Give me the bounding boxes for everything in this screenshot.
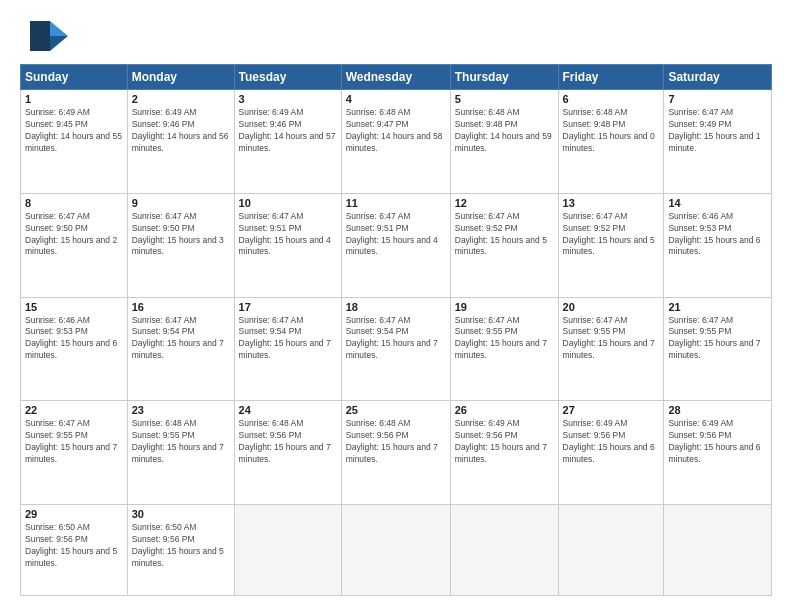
calendar-cell: 25Sunrise: 6:48 AMSunset: 9:56 PMDayligh… <box>341 401 450 505</box>
day-number: 2 <box>132 93 230 105</box>
logo <box>20 16 72 56</box>
day-info: Sunrise: 6:47 AMSunset: 9:55 PMDaylight:… <box>563 315 660 363</box>
day-info: Sunrise: 6:47 AMSunset: 9:55 PMDaylight:… <box>25 418 123 466</box>
calendar-cell: 8Sunrise: 6:47 AMSunset: 9:50 PMDaylight… <box>21 193 128 297</box>
day-number: 18 <box>346 301 446 313</box>
day-info: Sunrise: 6:48 AMSunset: 9:48 PMDaylight:… <box>455 107 554 155</box>
day-number: 6 <box>563 93 660 105</box>
calendar-cell: 18Sunrise: 6:47 AMSunset: 9:54 PMDayligh… <box>341 297 450 401</box>
calendar-cell: 11Sunrise: 6:47 AMSunset: 9:51 PMDayligh… <box>341 193 450 297</box>
day-number: 8 <box>25 197 123 209</box>
day-info: Sunrise: 6:46 AMSunset: 9:53 PMDaylight:… <box>25 315 123 363</box>
day-number: 4 <box>346 93 446 105</box>
calendar-cell: 4Sunrise: 6:48 AMSunset: 9:47 PMDaylight… <box>341 90 450 194</box>
day-info: Sunrise: 6:47 AMSunset: 9:54 PMDaylight:… <box>239 315 337 363</box>
day-number: 15 <box>25 301 123 313</box>
calendar-cell: 15Sunrise: 6:46 AMSunset: 9:53 PMDayligh… <box>21 297 128 401</box>
svg-marker-2 <box>30 21 50 51</box>
calendar-cell: 13Sunrise: 6:47 AMSunset: 9:52 PMDayligh… <box>558 193 664 297</box>
calendar-cell <box>664 505 772 596</box>
day-number: 14 <box>668 197 767 209</box>
day-info: Sunrise: 6:47 AMSunset: 9:50 PMDaylight:… <box>132 211 230 259</box>
day-number: 11 <box>346 197 446 209</box>
day-number: 9 <box>132 197 230 209</box>
day-number: 21 <box>668 301 767 313</box>
day-number: 10 <box>239 197 337 209</box>
svg-marker-1 <box>50 36 68 51</box>
day-info: Sunrise: 6:47 AMSunset: 9:55 PMDaylight:… <box>668 315 767 363</box>
calendar-cell: 23Sunrise: 6:48 AMSunset: 9:55 PMDayligh… <box>127 401 234 505</box>
calendar-cell <box>450 505 558 596</box>
day-info: Sunrise: 6:47 AMSunset: 9:54 PMDaylight:… <box>132 315 230 363</box>
day-number: 28 <box>668 404 767 416</box>
calendar-week-row: 22Sunrise: 6:47 AMSunset: 9:55 PMDayligh… <box>21 401 772 505</box>
calendar-header-monday: Monday <box>127 65 234 90</box>
day-number: 27 <box>563 404 660 416</box>
calendar-cell: 1Sunrise: 6:49 AMSunset: 9:45 PMDaylight… <box>21 90 128 194</box>
calendar-cell: 26Sunrise: 6:49 AMSunset: 9:56 PMDayligh… <box>450 401 558 505</box>
day-number: 20 <box>563 301 660 313</box>
calendar-cell <box>341 505 450 596</box>
calendar-cell <box>234 505 341 596</box>
svg-marker-0 <box>50 21 68 36</box>
day-info: Sunrise: 6:47 AMSunset: 9:51 PMDaylight:… <box>239 211 337 259</box>
calendar-cell: 9Sunrise: 6:47 AMSunset: 9:50 PMDaylight… <box>127 193 234 297</box>
day-info: Sunrise: 6:47 AMSunset: 9:55 PMDaylight:… <box>455 315 554 363</box>
calendar-header-row: SundayMondayTuesdayWednesdayThursdayFrid… <box>21 65 772 90</box>
calendar-header-tuesday: Tuesday <box>234 65 341 90</box>
calendar-cell: 16Sunrise: 6:47 AMSunset: 9:54 PMDayligh… <box>127 297 234 401</box>
calendar-week-row: 8Sunrise: 6:47 AMSunset: 9:50 PMDaylight… <box>21 193 772 297</box>
calendar-cell: 7Sunrise: 6:47 AMSunset: 9:49 PMDaylight… <box>664 90 772 194</box>
day-info: Sunrise: 6:49 AMSunset: 9:56 PMDaylight:… <box>668 418 767 466</box>
day-number: 25 <box>346 404 446 416</box>
calendar-cell: 20Sunrise: 6:47 AMSunset: 9:55 PMDayligh… <box>558 297 664 401</box>
calendar-header-wednesday: Wednesday <box>341 65 450 90</box>
day-info: Sunrise: 6:48 AMSunset: 9:56 PMDaylight:… <box>346 418 446 466</box>
calendar-cell: 6Sunrise: 6:48 AMSunset: 9:48 PMDaylight… <box>558 90 664 194</box>
day-number: 13 <box>563 197 660 209</box>
calendar-cell: 27Sunrise: 6:49 AMSunset: 9:56 PMDayligh… <box>558 401 664 505</box>
day-info: Sunrise: 6:50 AMSunset: 9:56 PMDaylight:… <box>132 522 230 570</box>
calendar-header-saturday: Saturday <box>664 65 772 90</box>
calendar-header-thursday: Thursday <box>450 65 558 90</box>
calendar-cell: 2Sunrise: 6:49 AMSunset: 9:46 PMDaylight… <box>127 90 234 194</box>
day-number: 1 <box>25 93 123 105</box>
day-number: 3 <box>239 93 337 105</box>
day-info: Sunrise: 6:49 AMSunset: 9:46 PMDaylight:… <box>132 107 230 155</box>
calendar-cell: 22Sunrise: 6:47 AMSunset: 9:55 PMDayligh… <box>21 401 128 505</box>
day-info: Sunrise: 6:49 AMSunset: 9:45 PMDaylight:… <box>25 107 123 155</box>
calendar-week-row: 29Sunrise: 6:50 AMSunset: 9:56 PMDayligh… <box>21 505 772 596</box>
day-info: Sunrise: 6:46 AMSunset: 9:53 PMDaylight:… <box>668 211 767 259</box>
day-number: 5 <box>455 93 554 105</box>
calendar-cell: 10Sunrise: 6:47 AMSunset: 9:51 PMDayligh… <box>234 193 341 297</box>
calendar-cell: 29Sunrise: 6:50 AMSunset: 9:56 PMDayligh… <box>21 505 128 596</box>
calendar-cell: 17Sunrise: 6:47 AMSunset: 9:54 PMDayligh… <box>234 297 341 401</box>
day-info: Sunrise: 6:49 AMSunset: 9:46 PMDaylight:… <box>239 107 337 155</box>
day-info: Sunrise: 6:48 AMSunset: 9:55 PMDaylight:… <box>132 418 230 466</box>
calendar-cell: 28Sunrise: 6:49 AMSunset: 9:56 PMDayligh… <box>664 401 772 505</box>
calendar-cell: 12Sunrise: 6:47 AMSunset: 9:52 PMDayligh… <box>450 193 558 297</box>
day-info: Sunrise: 6:47 AMSunset: 9:49 PMDaylight:… <box>668 107 767 155</box>
day-number: 17 <box>239 301 337 313</box>
day-info: Sunrise: 6:47 AMSunset: 9:50 PMDaylight:… <box>25 211 123 259</box>
day-number: 7 <box>668 93 767 105</box>
calendar-cell: 19Sunrise: 6:47 AMSunset: 9:55 PMDayligh… <box>450 297 558 401</box>
calendar-cell: 14Sunrise: 6:46 AMSunset: 9:53 PMDayligh… <box>664 193 772 297</box>
day-number: 23 <box>132 404 230 416</box>
calendar-cell: 21Sunrise: 6:47 AMSunset: 9:55 PMDayligh… <box>664 297 772 401</box>
calendar-cell: 5Sunrise: 6:48 AMSunset: 9:48 PMDaylight… <box>450 90 558 194</box>
day-number: 22 <box>25 404 123 416</box>
day-info: Sunrise: 6:47 AMSunset: 9:54 PMDaylight:… <box>346 315 446 363</box>
day-info: Sunrise: 6:49 AMSunset: 9:56 PMDaylight:… <box>455 418 554 466</box>
day-info: Sunrise: 6:47 AMSunset: 9:52 PMDaylight:… <box>455 211 554 259</box>
day-number: 24 <box>239 404 337 416</box>
day-number: 19 <box>455 301 554 313</box>
day-number: 29 <box>25 508 123 520</box>
calendar-cell <box>558 505 664 596</box>
calendar-week-row: 15Sunrise: 6:46 AMSunset: 9:53 PMDayligh… <box>21 297 772 401</box>
day-info: Sunrise: 6:47 AMSunset: 9:51 PMDaylight:… <box>346 211 446 259</box>
day-number: 26 <box>455 404 554 416</box>
calendar-header-sunday: Sunday <box>21 65 128 90</box>
day-info: Sunrise: 6:49 AMSunset: 9:56 PMDaylight:… <box>563 418 660 466</box>
calendar-cell: 3Sunrise: 6:49 AMSunset: 9:46 PMDaylight… <box>234 90 341 194</box>
